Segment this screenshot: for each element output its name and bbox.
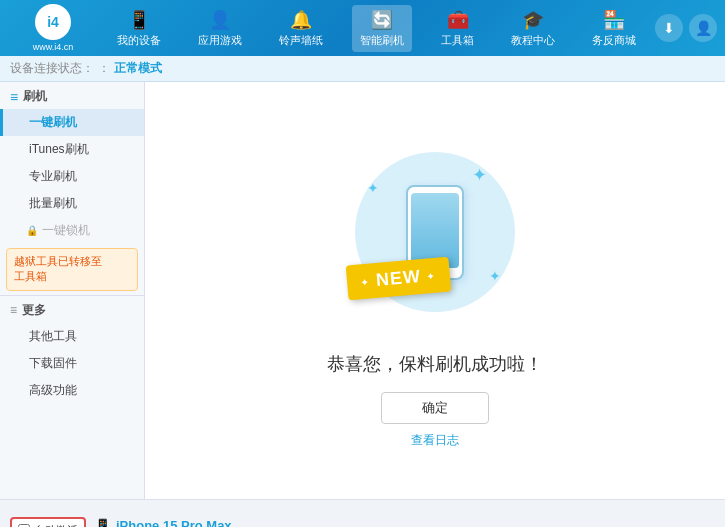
device-checkboxes: 自动激活 跳过向导 — [10, 517, 86, 528]
nav-toolbox[interactable]: 🧰 工具箱 — [433, 5, 482, 52]
toolbox-label: 工具箱 — [441, 33, 474, 48]
nav-ringtones[interactable]: 🔔 铃声墙纸 — [271, 5, 331, 52]
phone-screen — [411, 193, 459, 268]
auto-activate-row: 自动激活 — [18, 523, 78, 528]
device-name-row: 📱 iPhone 15 Pro Max — [94, 518, 232, 528]
top-right-controls: ⬇ 👤 — [655, 14, 717, 42]
sidebar-item-download-fw[interactable]: 下载固件 — [0, 350, 144, 377]
advanced-label: 高级功能 — [29, 383, 77, 397]
smart-flash-label: 智能刷机 — [360, 33, 404, 48]
sidebar-item-itunes-flash[interactable]: iTunes刷机 — [0, 136, 144, 163]
device-info: 📱 iPhone 15 Pro Max 512GB iPhone — [94, 518, 232, 528]
other-tools-label: 其他工具 — [29, 329, 77, 343]
more-section-label: 更多 — [22, 302, 46, 319]
user-button[interactable]: 👤 — [689, 14, 717, 42]
sidebar: ≡ 刷机 一键刷机 iTunes刷机 专业刷机 批量刷机 🔒 一键锁机 越狱工具… — [0, 82, 145, 499]
sidebar-item-one-key-flash[interactable]: 一键刷机 — [0, 109, 144, 136]
nav-items: 📱 我的设备 👤 应用游戏 🔔 铃声墙纸 🔄 智能刷机 🧰 工具箱 🎓 教程中心… — [98, 5, 655, 52]
confirm-button[interactable]: 确定 — [381, 392, 489, 424]
sparkle-top-left: ✦ — [367, 180, 379, 196]
itunes-flash-label: iTunes刷机 — [29, 142, 89, 156]
sidebar-item-other-tools[interactable]: 其他工具 — [0, 323, 144, 350]
notice-text: 越狱工具已转移至工具箱 — [14, 255, 102, 282]
sidebar-flash-header: ≡ 刷机 — [0, 82, 144, 109]
ringtones-label: 铃声墙纸 — [279, 33, 323, 48]
pro-flash-label: 专业刷机 — [29, 169, 77, 183]
log-link[interactable]: 查看日志 — [411, 432, 459, 449]
sidebar-item-pro-flash[interactable]: 专业刷机 — [0, 163, 144, 190]
logo-icon: i4 — [35, 4, 71, 40]
sparkle-top-right: ✦ — [472, 164, 487, 186]
tutorial-icon: 🎓 — [522, 9, 544, 31]
apps-icon: 👤 — [209, 9, 231, 31]
illustration-circle: ✦ ✦ ✦ ✦ NEW ✦ — [355, 152, 515, 312]
nav-smart-flash[interactable]: 🔄 智能刷机 — [352, 5, 412, 52]
sidebar-notice: 越狱工具已转移至工具箱 — [6, 248, 138, 291]
nav-apps-games[interactable]: 👤 应用游戏 — [190, 5, 250, 52]
new-badge-text: NEW — [375, 266, 422, 290]
success-message: 恭喜您，保料刷机成功啦！ — [327, 352, 543, 376]
download-fw-label: 下载固件 — [29, 356, 77, 370]
service-icon: 🏪 — [603, 9, 625, 31]
my-device-label: 我的设备 — [117, 33, 161, 48]
status-value: 正常模式 — [114, 60, 162, 77]
one-key-flash-label: 一键刷机 — [29, 115, 77, 129]
phone-illustration: ✦ ✦ ✦ ✦ NEW ✦ — [335, 132, 535, 332]
flash-section-label: 刷机 — [23, 88, 47, 105]
content-area: ✦ ✦ ✦ ✦ NEW ✦ 恭喜您，保料刷机成功啦！ 确定 查看日志 — [145, 82, 725, 499]
sidebar-item-lock: 🔒 一键锁机 — [0, 217, 144, 244]
toolbox-icon: 🧰 — [447, 9, 469, 31]
device-name-text: iPhone 15 Pro Max — [116, 518, 232, 527]
flash-section-icon: ≡ — [10, 89, 18, 105]
more-section-icon: ≡ — [10, 303, 17, 317]
sidebar-more-header: ≡ 更多 — [0, 295, 144, 323]
sidebar-item-batch-flash[interactable]: 批量刷机 — [0, 190, 144, 217]
main-layout: ≡ 刷机 一键刷机 iTunes刷机 专业刷机 批量刷机 🔒 一键锁机 越狱工具… — [0, 82, 725, 499]
device-phone-icon: 📱 — [94, 518, 111, 528]
nav-my-device[interactable]: 📱 我的设备 — [109, 5, 169, 52]
auto-activate-label: 自动激活 — [34, 523, 78, 528]
apps-label: 应用游戏 — [198, 33, 242, 48]
sidebar-item-advanced[interactable]: 高级功能 — [0, 377, 144, 404]
status-bar: 设备连接状态： ： 正常模式 — [0, 56, 725, 82]
new-badge: ✦ NEW ✦ — [346, 257, 452, 301]
lock-icon: 🔒 — [26, 225, 38, 236]
download-button[interactable]: ⬇ — [655, 14, 683, 42]
lock-label: 一键锁机 — [42, 222, 90, 239]
logo-text: i4 — [47, 14, 59, 30]
nav-tutorial[interactable]: 🎓 教程中心 — [503, 5, 563, 52]
logo: i4 www.i4.cn — [8, 4, 98, 52]
my-device-icon: 📱 — [128, 9, 150, 31]
status-label: 设备连接状态： — [10, 60, 94, 77]
smart-flash-icon: 🔄 — [371, 9, 393, 31]
service-label: 务反商城 — [592, 33, 636, 48]
nav-service[interactable]: 🏪 务反商城 — [584, 5, 644, 52]
batch-flash-label: 批量刷机 — [29, 196, 77, 210]
logo-url: www.i4.cn — [33, 42, 74, 52]
tutorial-label: 教程中心 — [511, 33, 555, 48]
sparkle-bottom-right: ✦ — [489, 268, 501, 284]
device-bar: 自动激活 跳过向导 📱 iPhone 15 Pro Max 512GB iPho… — [0, 499, 725, 527]
ringtones-icon: 🔔 — [290, 9, 312, 31]
top-bar: i4 www.i4.cn 📱 我的设备 👤 应用游戏 🔔 铃声墙纸 🔄 智能刷机… — [0, 0, 725, 56]
